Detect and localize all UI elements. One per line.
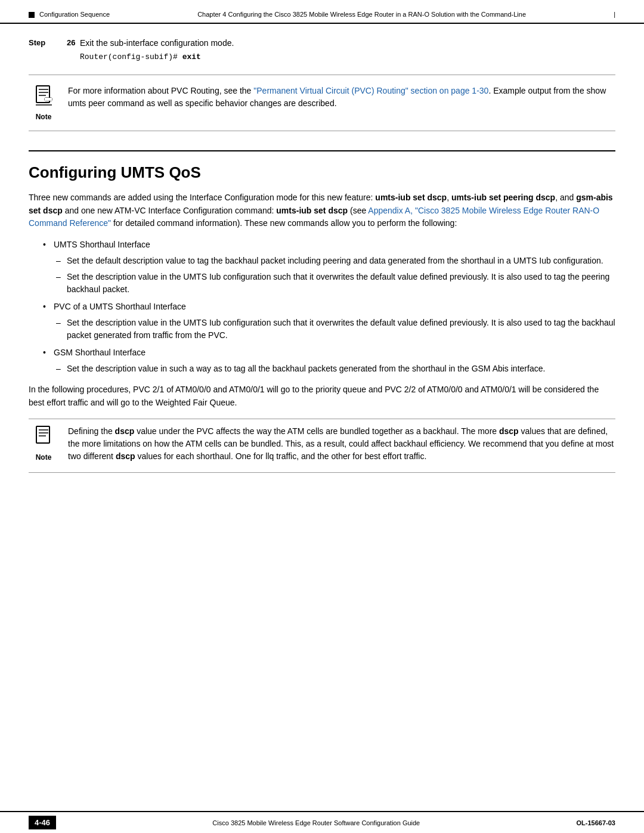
intro-text6: for detailed command information). These…: [111, 218, 457, 228]
code-block: Router(config-subif)# exit: [80, 52, 615, 61]
bullet-label-1: UMTS Shorthaul Interface: [54, 240, 150, 249]
sub-item-1-2: Set the description value in the UMTS Iu…: [54, 271, 615, 296]
note-2-bold2: dscp: [499, 426, 519, 436]
sub-list-3: Set the description value in such a way …: [54, 363, 615, 375]
intro-text1: Three new commands are added using the I…: [29, 193, 375, 202]
note-1-text-before: For more information about PVC Routing, …: [68, 86, 253, 95]
header-left: Configuration Sequence: [29, 11, 110, 18]
step-content: Exit the sub-interface configuration mod…: [80, 38, 615, 65]
page-footer: 4-46 Cisco 3825 Mobile Wireless Edge Rou…: [0, 811, 644, 833]
bullet-label-2: PVC of a UMTS Shorthaul Interface: [54, 302, 186, 311]
footer-doc-title: Cisco 3825 Mobile Wireless Edge Router S…: [56, 819, 577, 826]
intro-bold2: umts-iub set peering dscp: [451, 193, 555, 202]
code-bold: exit: [182, 52, 201, 61]
bullet-list: UMTS Shorthaul Interface Set the default…: [43, 239, 615, 375]
intro-paragraph: Three new commands are added using the I…: [29, 191, 615, 230]
intro-text3: , and: [555, 193, 576, 202]
note-2-label: Note: [36, 453, 52, 462]
bullet-label-3: GSM Shorthaul Interface: [54, 348, 145, 357]
intro-text2: ,: [447, 193, 451, 202]
sub-list-1: Set the default description value to tag…: [54, 255, 615, 296]
note-1-label: Note: [36, 113, 52, 121]
note-2-text2: value under the PVC affects the way the …: [134, 426, 499, 436]
breadcrumb-section: Configuration Sequence: [39, 11, 110, 18]
bullet-item-2: PVC of a UMTS Shorthaul Interface Set th…: [43, 301, 615, 342]
intro-bold1: umts-iub set dscp: [375, 193, 447, 202]
header-square-icon: [29, 12, 35, 18]
svg-marker-5: [45, 98, 52, 101]
note-2-text1: Defining the: [68, 426, 115, 436]
code-text: Router(config-subif)#: [80, 52, 182, 61]
header-pipe: |: [614, 11, 615, 18]
header-chapter-title: Chapter 4 Configuring the Cisco 3825 Mob…: [110, 11, 614, 18]
svg-rect-7: [36, 426, 49, 443]
intro-text5: (see: [348, 206, 368, 215]
note-box-1: Note For more information about PVC Rout…: [29, 85, 615, 131]
sub-item-1-1: Set the default description value to tag…: [54, 255, 615, 267]
bullet-item-3: GSM Shorthaul Interface Set the descript…: [43, 346, 615, 375]
note-icon-col: Note: [29, 85, 58, 121]
traffic-paragraph: In the following procedures, PVC 2/1 of …: [29, 383, 615, 409]
step-description: Exit the sub-interface configuration mod…: [80, 38, 615, 48]
sub-item-2-1: Set the description value in the UMTS Iu…: [54, 317, 615, 342]
note-box-2: Note Defining the dscp value under the P…: [29, 419, 615, 473]
note-2-text: Defining the dscp value under the PVC af…: [68, 425, 615, 463]
main-content: Step 26 Exit the sub-interface configura…: [0, 24, 644, 530]
step-number: 26: [67, 38, 75, 65]
note-2-icon-col: Note: [29, 425, 58, 463]
pencil-icon-2: [34, 425, 53, 451]
note-2-bold3: dscp: [116, 451, 135, 461]
bullet-item-1: UMTS Shorthaul Interface Set the default…: [43, 239, 615, 296]
intro-bold4: umts-iub set dscp: [276, 206, 348, 215]
footer-page-number: 4-46: [29, 816, 56, 829]
note-2-text4: values for each shorthaul. One for llq t…: [135, 451, 427, 461]
note-2-bold1: dscp: [115, 426, 135, 436]
page-header: Configuration Sequence Chapter 4 Configu…: [0, 0, 644, 24]
footer-doc-number: OL-15667-03: [577, 819, 615, 826]
pencil-icon: [34, 85, 53, 110]
sub-list-2: Set the description value in the UMTS Iu…: [54, 317, 615, 342]
step-label: Step: [29, 38, 64, 65]
note-1-link[interactable]: "Permanent Virtual Circuit (PVC) Routing…: [253, 86, 488, 95]
note-1-text: For more information about PVC Routing, …: [68, 85, 615, 121]
sub-item-3-1: Set the description value in such a way …: [54, 363, 615, 375]
section-heading-umts-qos: Configuring UMTS QoS: [29, 150, 615, 182]
step-26-section: Step 26 Exit the sub-interface configura…: [29, 38, 615, 65]
divider-1: [29, 75, 615, 75]
intro-text4: and one new ATM-VC Interface Configurati…: [63, 206, 276, 215]
